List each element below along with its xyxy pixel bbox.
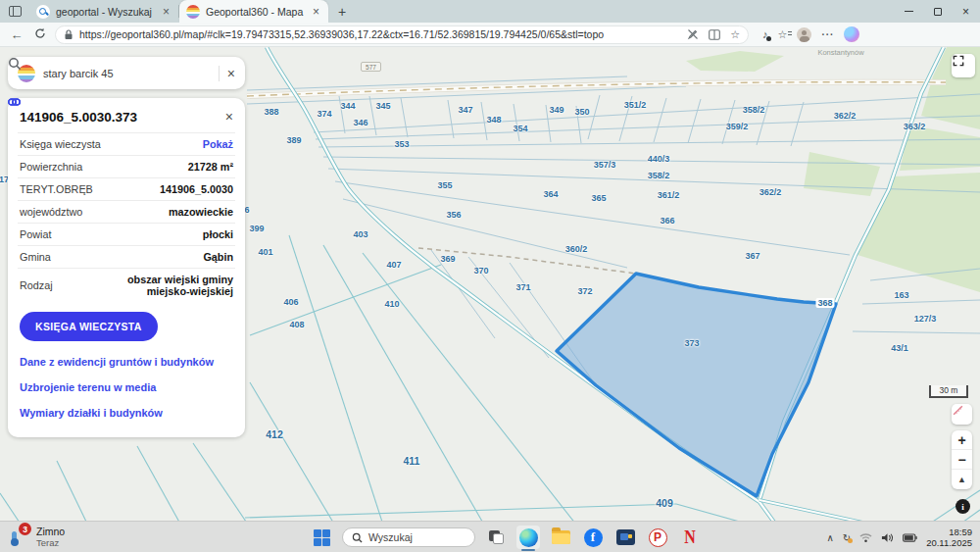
search-input[interactable]: stary barcik 45	[43, 68, 211, 79]
road-number-shield: 577	[361, 62, 381, 72]
pinterest-button[interactable]: P	[646, 526, 669, 549]
browser-chrome: geoportal - Wyszukaj × Geoportal360 - Ma…	[0, 0, 980, 47]
windows-logo-icon	[314, 529, 330, 546]
weather-title: Zimno	[36, 526, 65, 537]
row-label: Powierzchnia	[20, 161, 82, 173]
tray-chevron-icon[interactable]: ∧	[826, 532, 833, 543]
browser-essentials-icon[interactable]: ♪	[762, 28, 768, 40]
facebook-icon: f	[584, 528, 603, 547]
zoom-in-button[interactable]: +	[952, 430, 972, 450]
split-screen-icon[interactable]	[709, 29, 720, 40]
search-icon[interactable]	[8, 57, 22, 71]
window-controls: ×	[895, 0, 980, 23]
info-row-rodzaj: Rodzaj obszar wiejski gminy miejsko-wiej…	[18, 268, 235, 302]
task-view-icon	[489, 530, 504, 544]
translate-off-icon[interactable]	[687, 28, 699, 40]
link-icon	[8, 98, 21, 106]
file-explorer-button[interactable]	[549, 526, 572, 549]
ksiega-wieczysta-button[interactable]: KSIĘGA WIECZYSTA	[20, 312, 158, 341]
row-value: 141906_5.0030	[160, 183, 233, 195]
row-value: obszar wiejski gminy miejsko-wiejskiej	[88, 274, 233, 297]
netflix-icon: N	[684, 527, 696, 548]
clear-search-icon[interactable]: ×	[227, 67, 235, 80]
info-row-powierzchnia: Powierzchnia 21728 m²	[18, 155, 235, 177]
info-row-powiat: Powiat płocki	[18, 223, 235, 245]
fullscreen-button[interactable]	[952, 54, 975, 77]
back-button[interactable]: ←	[8, 27, 25, 42]
update-sync-icon[interactable]: ↻	[843, 532, 851, 543]
link-uzbrojenie[interactable]: Uzbrojenie terenu w media	[18, 375, 235, 400]
search-icon	[352, 532, 363, 543]
wifi-icon[interactable]	[859, 532, 872, 543]
store-app-button[interactable]	[613, 526, 637, 549]
info-row-gmina: Gmina Gąbin	[18, 245, 235, 268]
link-label: Dane z ewidencji gruntów i budynków	[20, 356, 214, 368]
active-app-indicator	[521, 549, 535, 552]
clock-time: 18:59	[926, 527, 972, 537]
row-label: województwo	[20, 206, 82, 218]
refresh-icon	[34, 27, 46, 39]
minimize-button[interactable]	[895, 0, 923, 23]
map-canvas[interactable]: 388374344345346347348349350354351/2358/2…	[0, 47, 980, 521]
map-search-bar[interactable]: stary barcik 45 ×	[8, 57, 245, 89]
battery-icon[interactable]	[903, 533, 917, 542]
zoom-out-button[interactable]: −	[952, 450, 972, 470]
close-window-button[interactable]: ×	[952, 0, 980, 23]
address-bar-icons: ☆	[687, 28, 740, 41]
row-value: płocki	[203, 228, 233, 240]
tab-close-icon[interactable]: ×	[161, 6, 172, 18]
settings-menu-icon[interactable]: ···	[821, 29, 834, 40]
system-tray: ∧ ↻ 18:59 20.11.2025	[826, 522, 976, 552]
parcel-id-title: 141906_5.0030.373	[20, 110, 137, 125]
compass-button[interactable]: ▲	[952, 470, 972, 489]
briefcase-app-icon	[616, 529, 635, 545]
search-favicon-icon	[36, 5, 50, 19]
row-label: Powiat	[20, 228, 51, 240]
tab-actions-icon[interactable]	[9, 6, 22, 17]
parcel-info-panel: 141906_5.0030.373 × Księga wieczysta Pok…	[8, 98, 245, 437]
zoom-controls: + − ▲	[952, 430, 972, 489]
divider	[219, 66, 220, 81]
row-value: mazowieckie	[169, 206, 233, 218]
row-value: 21728 m²	[188, 161, 233, 173]
measure-tool-button[interactable]	[952, 404, 972, 425]
row-value: Gąbin	[203, 251, 233, 263]
link-label: Wymiary działki i budynków	[20, 407, 163, 419]
facebook-button[interactable]: f	[581, 526, 605, 549]
link-label: Uzbrojenie terenu w media	[20, 381, 156, 393]
tab-close-icon[interactable]: ×	[311, 6, 321, 18]
start-button[interactable]	[310, 526, 333, 549]
toolbar-icons: ♪ ☆ ···	[762, 26, 859, 42]
copilot-icon[interactable]	[844, 26, 859, 42]
pokaz-link[interactable]: Pokaż	[203, 138, 233, 150]
info-row-wojewodztwo: województwo mazowieckie	[18, 200, 235, 223]
lock-icon	[64, 29, 74, 40]
task-view-button[interactable]	[484, 526, 508, 549]
refresh-button[interactable]	[31, 27, 49, 42]
netflix-button[interactable]: N	[678, 526, 702, 549]
taskbar-search[interactable]: Wyszukaj	[342, 527, 475, 547]
tab-geoportal-search[interactable]: geoportal - Wyszukaj ×	[29, 0, 178, 23]
speaker-icon[interactable]	[881, 532, 894, 543]
close-panel-icon[interactable]: ×	[225, 110, 233, 124]
button-label: KSIĘGA WIECZYSTA	[35, 321, 142, 332]
maximize-button[interactable]	[923, 0, 952, 23]
favorite-star-icon[interactable]: ☆	[730, 28, 740, 41]
weather-widget[interactable]: 3 Zimno Teraz	[8, 525, 65, 548]
profile-avatar[interactable]	[797, 27, 811, 42]
favorites-list-icon[interactable]: ☆	[778, 28, 788, 41]
edge-taskbar-button[interactable]	[516, 526, 540, 549]
tab-title: geoportal - Wyszukaj	[56, 6, 155, 18]
weather-badge: 3	[19, 523, 31, 535]
link-dane-ewidencji[interactable]: Dane z ewidencji gruntów i budynków	[18, 349, 235, 375]
link-wymiary[interactable]: Wymiary działki i budynków	[18, 400, 235, 426]
new-tab-button[interactable]: +	[338, 4, 346, 20]
address-bar[interactable]: https://geoportal360.pl/map/#clk=19.7947…	[55, 25, 749, 44]
row-label: TERYT.OBRĘB	[20, 183, 93, 195]
folder-icon	[552, 530, 570, 544]
tab-geoportal360-map[interactable]: Geoportal360 - Mapa Interaktyw ×	[179, 0, 328, 23]
map-scale: 30 m	[929, 385, 968, 398]
map-info-button[interactable]: i	[956, 499, 970, 514]
info-row-teryt: TERYT.OBRĘB 141906_5.0030	[18, 177, 235, 200]
taskbar-clock[interactable]: 18:59 20.11.2025	[926, 527, 976, 548]
